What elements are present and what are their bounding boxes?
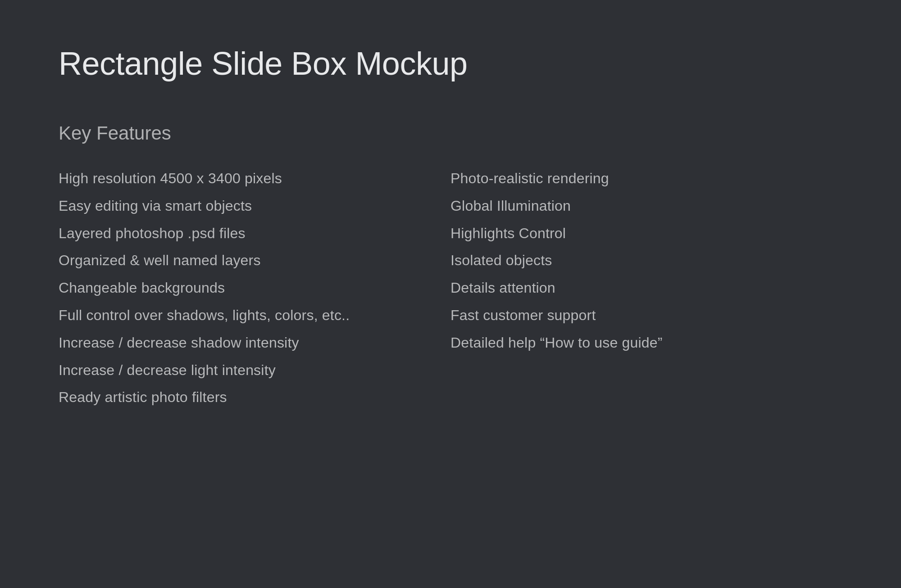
list-item: Easy editing via smart objects: [59, 194, 450, 218]
list-item: Layered photoshop .psd files: [59, 222, 450, 245]
list-item: Highlights Control: [450, 222, 842, 245]
list-item: Increase / decrease shadow intensity: [59, 331, 450, 355]
list-item: Global Illumination: [450, 194, 842, 218]
list-item: Detailed help “How to use guide”: [450, 331, 842, 355]
list-item: Changeable backgrounds: [59, 276, 450, 300]
list-item: Organized & well named layers: [59, 249, 450, 272]
page-title: Rectangle Slide Box Mockup: [59, 45, 842, 82]
list-item: Fast customer support: [450, 303, 842, 327]
list-item: Isolated objects: [450, 249, 842, 272]
list-item: Ready artistic photo filters: [59, 385, 450, 409]
right-feature-column: Photo-realistic renderingGlobal Illumina…: [450, 167, 842, 409]
list-item: Details attention: [450, 276, 842, 300]
list-item: Photo-realistic rendering: [450, 167, 842, 190]
list-item: High resolution 4500 x 3400 pixels: [59, 167, 450, 190]
left-feature-column: High resolution 4500 x 3400 pixelsEasy e…: [59, 167, 450, 409]
features-grid: High resolution 4500 x 3400 pixelsEasy e…: [59, 167, 842, 409]
section-title: Key Features: [59, 122, 842, 144]
list-item: Full control over shadows, lights, color…: [59, 303, 450, 327]
list-item: Increase / decrease light intensity: [59, 358, 450, 382]
